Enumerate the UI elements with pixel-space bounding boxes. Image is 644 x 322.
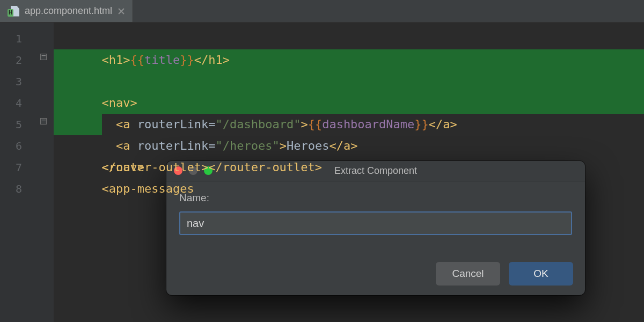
cancel-button[interactable]: Cancel <box>436 262 500 286</box>
code-line-selected: <a routerLink="/dashboard">{{dashboardNa… <box>54 71 644 92</box>
editor-tab[interactable]: H app.component.html <box>0 0 133 22</box>
code-line: <h1>{{title}}</h1> <box>54 28 644 49</box>
line-number: 4 <box>0 92 30 114</box>
line-number: 2 <box>0 49 30 71</box>
editor-tab-bar: H app.component.html <box>0 0 644 23</box>
name-label: Name: <box>179 192 572 204</box>
line-number: 6 <box>0 135 30 157</box>
line-number-gutter: 1 2 3 4 5 6 7 8 <box>0 23 30 322</box>
dialog-title: Extract Component <box>334 165 417 177</box>
html-file-icon: H <box>8 6 19 17</box>
line-number: 8 <box>0 178 30 200</box>
line-number: 7 <box>0 157 30 178</box>
fold-toggle-icon[interactable] <box>40 54 47 60</box>
fold-column <box>30 23 54 322</box>
close-tab-icon[interactable] <box>118 8 125 15</box>
fold-toggle-icon[interactable] <box>40 118 47 125</box>
code-line-selected: <a routerLink="/heroes">Heroes</a> <box>54 92 644 114</box>
extract-component-dialog: Extract Component Name: Cancel OK <box>166 161 585 295</box>
line-number: 1 <box>0 28 30 49</box>
tab-filename: app.component.html <box>25 5 112 17</box>
ok-button[interactable]: OK <box>509 262 573 286</box>
line-number: 3 <box>0 71 30 92</box>
line-number: 5 <box>0 114 30 135</box>
component-name-input[interactable] <box>179 211 572 235</box>
